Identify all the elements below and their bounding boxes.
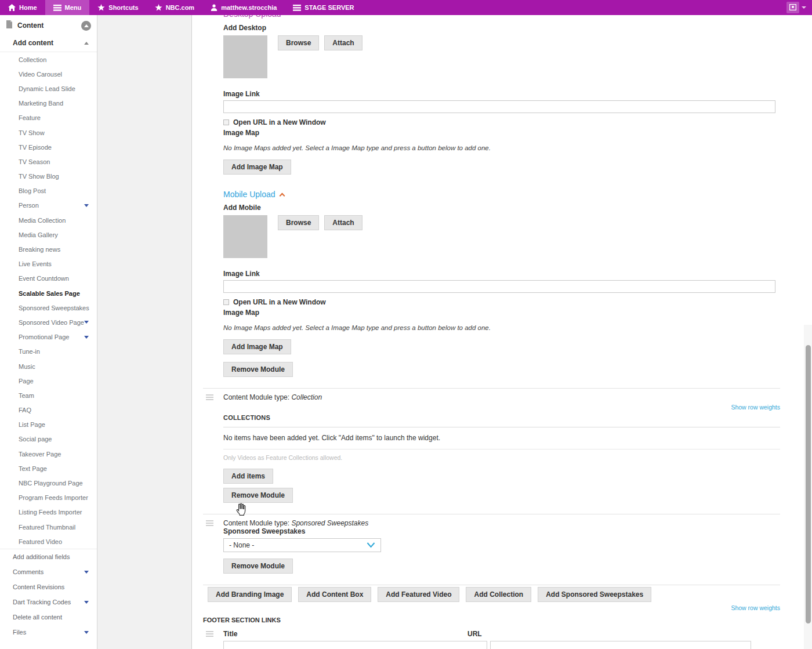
main-content: Desktop Upload Add Desktop Browse Attach… <box>192 15 812 649</box>
sidebar-item-sponsored-sweepstakes[interactable]: Sponsored Sweepstakes <box>0 300 97 315</box>
add-image-map-button[interactable]: Add Image Map <box>223 159 291 175</box>
open-url-checkbox[interactable] <box>223 299 229 305</box>
sidebar-item-sponsored-video-page[interactable]: Sponsored Video Page <box>0 315 97 329</box>
sidebar-item-promotional-page[interactable]: Promotional Page <box>0 330 97 345</box>
toolbar-item-label: NBC.com <box>166 4 195 11</box>
show-row-weights-link[interactable]: Show row weights <box>203 604 780 611</box>
no-image-maps-text: No Image Maps added yet. Select a Image … <box>223 324 780 331</box>
sidebar-item-event-countdown[interactable]: Event Countdown <box>0 271 97 286</box>
mobile-upload-heading[interactable]: Mobile Upload <box>223 190 780 199</box>
image-link-input[interactable] <box>223 100 775 113</box>
sponsored-sweepstakes-label: Sponsored Sweepstakes <box>223 527 780 535</box>
sidebar-item-dynamic-lead-slide[interactable]: Dynamic Lead Slide <box>0 81 97 96</box>
chevron-down-icon[interactable] <box>802 6 806 9</box>
browse-button[interactable]: Browse <box>278 35 319 50</box>
sidebar-bottom-list: Add additional fields Comments Content R… <box>0 549 97 640</box>
add-sponsored-sweepstakes-button[interactable]: Add Sponsored Sweepstakes <box>538 587 651 602</box>
home-icon <box>8 4 16 11</box>
sidebar-title: Content <box>17 21 81 30</box>
remove-module-button[interactable]: Remove Module <box>223 362 293 377</box>
sidebar-item-video-carousel[interactable]: Video Carousel <box>0 67 97 81</box>
sidebar-item-tv-show[interactable]: TV Show <box>0 125 97 140</box>
sidebar-item-marketing-band[interactable]: Marketing Band <box>0 96 97 111</box>
collapse-sidebar-button[interactable] <box>81 21 91 31</box>
sidebar-item-blog-post[interactable]: Blog Post <box>0 184 97 198</box>
remove-module-button[interactable]: Remove Module <box>223 559 293 574</box>
sidebar-item-add-content[interactable]: Add content <box>0 34 97 52</box>
drag-handle-icon[interactable] <box>206 394 213 396</box>
sidebar-item-list-page[interactable]: List Page <box>0 418 97 432</box>
toolbar-item-label: Home <box>19 4 37 11</box>
sidebar-item-page[interactable]: Page <box>0 374 97 388</box>
sidebar-item-team[interactable]: Team <box>0 388 97 403</box>
chevron-down-icon <box>84 631 89 634</box>
desktop-image-placeholder <box>223 35 267 78</box>
footer-url-input[interactable] <box>490 641 751 649</box>
add-desktop-label: Add Desktop <box>223 24 780 32</box>
sidebar-item-content-revisions[interactable]: Content Revisions <box>0 579 97 594</box>
add-image-map-button[interactable]: Add Image Map <box>223 339 291 354</box>
footer-title-input[interactable] <box>223 641 487 649</box>
media-icon-button[interactable] <box>786 2 799 13</box>
toolbar-item-label: STAGE SERVER <box>304 4 354 11</box>
add-featured-video-button[interactable]: Add Featured Video <box>378 587 459 602</box>
no-image-maps-text: No Image Maps added yet. Select a Image … <box>223 144 780 151</box>
show-row-weights-link[interactable]: Show row weights <box>203 404 780 411</box>
open-url-label: Open URL in a New Window <box>233 118 326 126</box>
add-items-button[interactable]: Add items <box>223 469 273 484</box>
toolbar-item-shortcuts[interactable]: Shortcuts <box>89 0 146 15</box>
star-icon <box>155 4 162 11</box>
menu-icon <box>53 5 61 11</box>
remove-module-button[interactable]: Remove Module <box>223 488 293 503</box>
sidebar-item-nbc-playground-page[interactable]: NBC Playground Page <box>0 476 97 490</box>
add-content-box-button[interactable]: Add Content Box <box>298 587 371 602</box>
sidebar-item-delete-all-content[interactable]: Delete all content <box>0 610 97 625</box>
sidebar-item-comments[interactable]: Comments <box>0 564 97 579</box>
add-collection-button[interactable]: Add Collection <box>466 587 531 602</box>
toolbar-item-user[interactable]: matthew.strocchia <box>202 0 285 15</box>
browse-button[interactable]: Browse <box>278 215 319 230</box>
sidebar-item-featured-thumbnail[interactable]: Featured Thumbnail <box>0 520 97 534</box>
sidebar-item-breaking-news[interactable]: Breaking news <box>0 242 97 256</box>
image-link-input[interactable] <box>223 280 775 293</box>
sidebar-item-collection[interactable]: Collection <box>0 52 97 67</box>
add-branding-image-button[interactable]: Add Branding Image <box>208 587 292 602</box>
sidebar-item-listing-feeds-importer[interactable]: Listing Feeds Importer <box>0 505 97 520</box>
sidebar-item-media-collection[interactable]: Media Collection <box>0 213 97 227</box>
sidebar-item-tv-episode[interactable]: TV Episode <box>0 140 97 154</box>
sidebar-item-music[interactable]: Music <box>0 359 97 374</box>
sidebar-item-takeover-page[interactable]: Takeover Page <box>0 447 97 461</box>
image-icon <box>789 2 796 13</box>
sidebar-item-tune-in[interactable]: Tune-in <box>0 345 97 359</box>
toolbar-item-menu[interactable]: Menu <box>45 0 90 15</box>
toolbar-item-nbc[interactable]: NBC.com <box>147 0 203 15</box>
vertical-scrollbar-thumb[interactable] <box>806 345 811 623</box>
sidebar-item-add-additional-fields[interactable]: Add additional fields <box>0 549 97 564</box>
toolbar-item-stage-server[interactable]: STAGE SERVER <box>285 0 362 15</box>
open-url-checkbox[interactable] <box>223 119 229 125</box>
drag-handle-icon[interactable] <box>206 631 213 632</box>
sidebar-item-program-feeds-importer[interactable]: Program Feeds Importer <box>0 491 97 505</box>
sidebar-item-text-page[interactable]: Text Page <box>0 461 97 476</box>
server-icon <box>293 5 301 11</box>
sidebar-item-feature[interactable]: Feature <box>0 111 97 125</box>
section-divider <box>203 585 780 585</box>
sidebar-item-featured-video[interactable]: Featured Video <box>0 534 97 549</box>
sidebar-item-tv-show-blog[interactable]: TV Show Blog <box>0 169 97 184</box>
sponsored-sweepstakes-select[interactable]: - None - <box>223 538 381 552</box>
sidebar-item-media-gallery[interactable]: Media Gallery <box>0 227 97 242</box>
attach-button[interactable]: Attach <box>324 215 362 230</box>
sidebar-header: Content <box>0 15 97 34</box>
sidebar-item-files[interactable]: Files <box>0 625 97 640</box>
sidebar-item-person[interactable]: Person <box>0 198 97 213</box>
sidebar-item-social-page[interactable]: Social page <box>0 432 97 447</box>
sidebar-item-tv-season[interactable]: TV Season <box>0 154 97 169</box>
sidebar-item-dart-tracking-codes[interactable]: Dart Tracking Codes <box>0 594 97 610</box>
sidebar-item-faq[interactable]: FAQ <box>0 403 97 418</box>
toolbar-item-home[interactable]: Home <box>0 0 45 15</box>
attach-button[interactable]: Attach <box>324 35 362 50</box>
sidebar-item-scalable-sales-page[interactable]: Scalable Sales Page <box>0 286 97 300</box>
sidebar-item-live-events[interactable]: Live Events <box>0 257 97 271</box>
drag-handle-icon[interactable] <box>206 520 213 521</box>
desktop-upload-heading[interactable]: Desktop Upload <box>223 15 780 19</box>
